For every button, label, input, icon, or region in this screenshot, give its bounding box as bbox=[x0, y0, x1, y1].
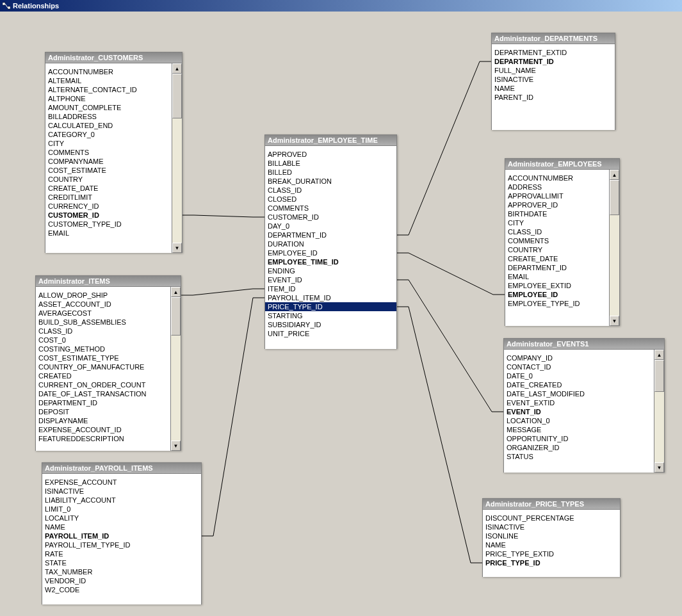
scroll-thumb[interactable] bbox=[172, 74, 182, 118]
field-row[interactable]: PARENT_ID bbox=[492, 93, 615, 102]
scroll-track[interactable] bbox=[171, 297, 181, 441]
field-row[interactable]: AMOUNT_COMPLETE bbox=[45, 103, 172, 112]
field-row[interactable]: EMPLOYEE_ID bbox=[505, 290, 609, 299]
field-row[interactable]: DATE_0 bbox=[504, 371, 654, 380]
field-row[interactable]: CITY bbox=[505, 218, 609, 227]
field-row[interactable]: COMPANY_ID bbox=[504, 353, 654, 362]
field-row[interactable]: EMAIL bbox=[505, 272, 609, 281]
table-header[interactable]: Administrator_PAYROLL_ITEMS bbox=[42, 463, 201, 474]
field-row[interactable]: DAY_0 bbox=[265, 222, 396, 231]
field-row[interactable]: EVENT_EXTID bbox=[504, 398, 654, 407]
field-row[interactable]: ADDRESS bbox=[505, 182, 609, 191]
field-row[interactable]: EXPENSE_ACCOUNT_ID bbox=[36, 425, 170, 434]
field-row[interactable]: ISINACTIVE bbox=[483, 523, 620, 531]
field-row[interactable]: SUBSIDIARY_ID bbox=[265, 320, 396, 329]
field-row[interactable]: DEPOSIT bbox=[36, 407, 170, 416]
field-row[interactable]: LIABILITY_ACCOUNT bbox=[42, 496, 201, 505]
field-row[interactable]: ACCOUNTNUMBER bbox=[45, 67, 172, 76]
field-row[interactable]: COST_ESTIMATE bbox=[45, 166, 172, 175]
field-row[interactable]: NAME bbox=[42, 523, 201, 531]
field-row[interactable]: OPPORTUNITY_ID bbox=[504, 434, 654, 443]
scrollbar[interactable]: ▲▼ bbox=[609, 170, 619, 326]
table-header[interactable]: Administrator_EMPLOYEES bbox=[505, 159, 619, 170]
scrollbar[interactable]: ▲▼ bbox=[170, 287, 181, 451]
field-row[interactable]: DATE_OF_LAST_TRANSACTION bbox=[36, 389, 170, 398]
field-row[interactable]: BILLADDRESS bbox=[45, 112, 172, 121]
field-row[interactable]: ISINACTIVE bbox=[492, 75, 615, 84]
scroll-up-button[interactable]: ▲ bbox=[171, 287, 181, 297]
field-row[interactable]: PAYROLL_ITEM_TYPE_ID bbox=[42, 540, 201, 549]
field-row[interactable]: ENDING bbox=[265, 266, 396, 275]
field-row[interactable]: NAME bbox=[492, 84, 615, 93]
field-row[interactable]: FULL_NAME bbox=[492, 66, 615, 75]
field-row[interactable]: CUSTOMER_ID bbox=[265, 213, 396, 222]
field-row[interactable]: CURRENT_ON_ORDER_COUNT bbox=[36, 380, 170, 389]
scroll-track[interactable] bbox=[610, 180, 619, 316]
field-row[interactable]: STATUS bbox=[504, 452, 654, 461]
field-list[interactable]: COMPANY_IDCONTACT_IDDATE_0DATE_CREATEDDA… bbox=[504, 350, 664, 473]
scroll-down-button[interactable]: ▼ bbox=[172, 243, 182, 253]
scroll-track[interactable] bbox=[172, 74, 182, 243]
field-row[interactable]: EMPLOYEE_TIME_ID bbox=[265, 257, 396, 266]
field-row[interactable]: EMPLOYEE_ID bbox=[265, 248, 396, 257]
field-row[interactable]: CLASS_ID bbox=[36, 327, 170, 336]
field-row[interactable]: APPROVED bbox=[265, 150, 396, 159]
field-row[interactable]: COST_0 bbox=[36, 336, 170, 344]
relationships-canvas[interactable]: Administrator_CUSTOMERSACCOUNTNUMBERALTE… bbox=[0, 12, 682, 616]
scrollbar[interactable]: ▲▼ bbox=[654, 350, 664, 473]
field-row[interactable]: ISINACTIVE bbox=[42, 487, 201, 496]
field-row[interactable]: STATE bbox=[42, 558, 201, 567]
scroll-thumb[interactable] bbox=[171, 297, 181, 336]
table-departments[interactable]: Administrator_DEPARTMENTSDEPARTMENT_EXTI… bbox=[491, 33, 615, 130]
field-row[interactable]: DEPARTMENT_ID bbox=[505, 263, 609, 272]
field-row[interactable]: LOCATION_0 bbox=[504, 416, 654, 425]
field-row[interactable]: DEPARTMENT_EXTID bbox=[492, 48, 615, 57]
table-events[interactable]: Administrator_EVENTS1COMPANY_IDCONTACT_I… bbox=[503, 338, 665, 473]
table-employees[interactable]: Administrator_EMPLOYEESACCOUNTNUMBERADDR… bbox=[505, 158, 620, 326]
field-row[interactable]: COMMENTS bbox=[265, 204, 396, 213]
field-list[interactable]: ACCOUNTNUMBERADDRESSAPPROVALLIMITAPPROVE… bbox=[505, 170, 619, 326]
field-row[interactable]: EMAIL bbox=[45, 229, 172, 238]
field-row[interactable]: CITY bbox=[45, 139, 172, 148]
field-row[interactable]: FEATUREDDESCRIPTION bbox=[36, 434, 170, 443]
field-row[interactable]: COMMENTS bbox=[45, 148, 172, 157]
field-row[interactable]: CREATE_DATE bbox=[45, 184, 172, 193]
field-row[interactable]: DISPLAYNAME bbox=[36, 416, 170, 425]
field-row[interactable]: DURATION bbox=[265, 239, 396, 248]
scroll-up-button[interactable]: ▲ bbox=[654, 350, 664, 360]
field-row[interactable]: CREATE_DATE bbox=[505, 254, 609, 263]
field-row[interactable]: EVENT_ID bbox=[504, 407, 654, 416]
field-row[interactable]: COST_ESTIMATE_TYPE bbox=[36, 353, 170, 362]
scroll-up-button[interactable]: ▲ bbox=[172, 63, 182, 74]
field-list[interactable]: ACCOUNTNUMBERALTEMAILALTERNATE_CONTACT_I… bbox=[45, 63, 182, 253]
field-row[interactable]: UNIT_PRICE bbox=[265, 329, 396, 338]
field-row[interactable]: CUSTOMER_ID bbox=[45, 211, 172, 220]
field-row[interactable]: ALTEMAIL bbox=[45, 76, 172, 85]
table-items[interactable]: Administrator_ITEMSALLOW_DROP_SHIPASSET_… bbox=[35, 275, 181, 451]
field-row[interactable]: CLOSED bbox=[265, 195, 396, 204]
field-row[interactable]: BUILD_SUB_ASSEMBLIES bbox=[36, 318, 170, 327]
scrollbar[interactable]: ▲▼ bbox=[172, 63, 182, 253]
field-row[interactable]: CUSTOMER_TYPE_ID bbox=[45, 220, 172, 229]
scroll-up-button[interactable]: ▲ bbox=[610, 170, 619, 180]
field-row[interactable]: CLASS_ID bbox=[505, 227, 609, 236]
field-row[interactable]: VENDOR_ID bbox=[42, 576, 201, 585]
table-header[interactable]: Administrator_PRICE_TYPES bbox=[483, 499, 620, 510]
field-row[interactable]: COUNTRY_OF_MANUFACTURE bbox=[36, 362, 170, 371]
field-list[interactable]: DEPARTMENT_EXTIDDEPARTMENT_IDFULL_NAMEIS… bbox=[492, 44, 615, 130]
window-titlebar[interactable]: Relationships bbox=[0, 0, 682, 12]
field-row[interactable]: CURRENCY_ID bbox=[45, 202, 172, 211]
table-employee_time[interactable]: Administrator_EMPLOYEE_TIMEAPPROVEDBILLA… bbox=[264, 134, 397, 349]
scroll-down-button[interactable]: ▼ bbox=[610, 316, 619, 326]
field-row[interactable]: COMPANYNAME bbox=[45, 157, 172, 166]
field-row[interactable]: LIMIT_0 bbox=[42, 505, 201, 514]
table-header[interactable]: Administrator_EMPLOYEE_TIME bbox=[265, 135, 396, 146]
field-row[interactable]: DATE_LAST_MODIFIED bbox=[504, 389, 654, 398]
field-row[interactable]: PRICE_TYPE_ID bbox=[483, 558, 620, 567]
field-row[interactable]: ALLOW_DROP_SHIP bbox=[36, 291, 170, 300]
field-row[interactable]: CALCULATED_END bbox=[45, 121, 172, 130]
field-row[interactable]: APPROVER_ID bbox=[505, 200, 609, 209]
field-row[interactable]: PAYROLL_ITEM_ID bbox=[265, 293, 396, 302]
field-row[interactable]: APPROVALLIMIT bbox=[505, 191, 609, 200]
table-header[interactable]: Administrator_ITEMS bbox=[36, 276, 181, 287]
